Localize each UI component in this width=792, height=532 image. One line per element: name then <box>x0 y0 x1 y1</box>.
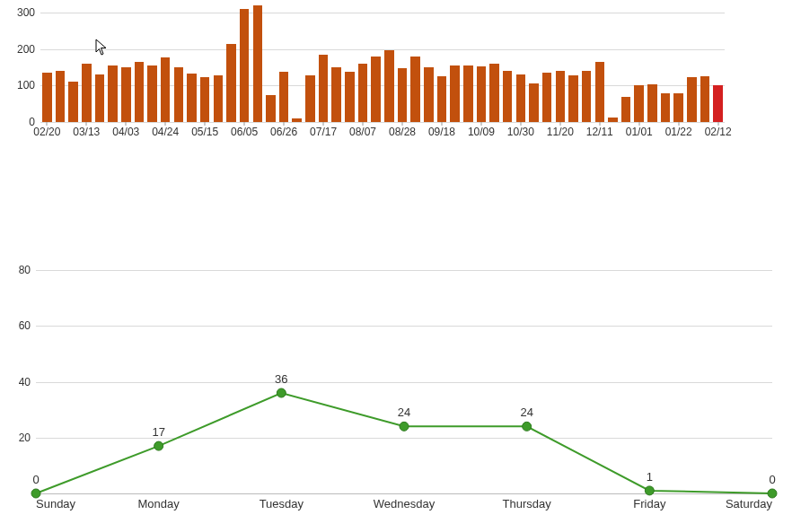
bar-ytick: 200 <box>17 43 40 56</box>
bar-xtick: 01/22 <box>665 122 692 138</box>
bar[interactable] <box>68 82 78 123</box>
bar[interactable] <box>437 76 447 122</box>
bar[interactable] <box>477 66 487 122</box>
bar-xtick: 09/18 <box>428 122 455 138</box>
line-point[interactable] <box>154 441 163 450</box>
bar[interactable] <box>161 57 171 122</box>
line-xtick: Friday <box>633 493 665 510</box>
line-xtick: Thursday <box>503 493 551 510</box>
line-point[interactable] <box>400 422 409 431</box>
line-point-label: 0 <box>32 473 39 486</box>
line-ytick: 80 <box>19 264 36 276</box>
bar[interactable] <box>424 67 434 122</box>
bar[interactable] <box>214 75 224 122</box>
bar[interactable] <box>516 74 526 122</box>
line-point-label: 17 <box>152 425 164 439</box>
bar[interactable] <box>200 77 210 122</box>
bar-xtick: 04/24 <box>152 122 179 138</box>
line-xtick: Tuesday <box>260 493 304 510</box>
line-point-label: 0 <box>769 473 775 486</box>
bar[interactable] <box>556 71 566 122</box>
line-point-label: 36 <box>275 372 287 386</box>
bar[interactable] <box>595 62 605 122</box>
bar[interactable] <box>463 65 473 122</box>
bar[interactable] <box>529 83 539 122</box>
line-xtick: Sunday <box>36 493 75 510</box>
line-point[interactable] <box>277 388 286 397</box>
bar-gridline <box>40 122 725 123</box>
bar[interactable] <box>398 68 408 122</box>
bar[interactable] <box>226 44 236 122</box>
bar-gridline <box>40 13 725 13</box>
bar-xtick: 08/07 <box>349 122 376 138</box>
bar[interactable] <box>687 77 697 122</box>
bar[interactable] <box>331 67 341 122</box>
bar-xtick: 11/20 <box>547 122 574 138</box>
bar[interactable] <box>187 74 197 122</box>
bar[interactable] <box>371 57 381 122</box>
bar[interactable] <box>661 93 671 122</box>
line-ytick: 60 <box>19 319 36 332</box>
bar[interactable] <box>266 95 276 122</box>
line-xtick: Monday <box>138 493 180 510</box>
bar-chart: 010020030002/2003/1304/0304/2405/1506/05… <box>40 5 725 122</box>
line-xtick: Wednesday <box>374 493 435 510</box>
bar-gridline <box>40 49 725 50</box>
line-point-label: 1 <box>647 470 653 484</box>
bar-xtick: 06/26 <box>270 122 297 138</box>
line-point-label: 24 <box>520 406 532 419</box>
bar[interactable] <box>279 72 289 122</box>
line-xtick: Saturday <box>726 493 772 510</box>
bar-xtick: 02/20 <box>33 122 60 138</box>
bar[interactable] <box>647 84 657 122</box>
bar[interactable] <box>82 64 92 122</box>
bar[interactable] <box>108 65 118 122</box>
bar-xtick: 12/11 <box>586 122 613 138</box>
bar[interactable] <box>700 76 710 122</box>
bar-xtick: 01/01 <box>626 122 653 138</box>
bar[interactable] <box>621 97 631 122</box>
bar-xtick: 10/30 <box>507 122 534 138</box>
line-series <box>36 242 772 493</box>
bar[interactable] <box>384 50 394 122</box>
bar[interactable] <box>450 65 460 122</box>
bar[interactable] <box>358 64 368 122</box>
bar[interactable] <box>305 75 315 122</box>
bar[interactable] <box>503 71 513 122</box>
line-chart: 2040608001736242410SundayMondayTuesdayWe… <box>36 242 772 493</box>
bar-ytick: 100 <box>17 79 40 92</box>
bar[interactable] <box>410 57 420 122</box>
bar[interactable] <box>319 55 329 122</box>
bar-xtick: 02/12 <box>705 122 732 138</box>
bar[interactable] <box>240 9 250 122</box>
bar[interactable] <box>634 85 644 122</box>
bar[interactable] <box>95 74 105 122</box>
bar-xtick: 04/03 <box>112 122 139 138</box>
bar[interactable] <box>121 67 131 122</box>
bar[interactable] <box>542 73 552 122</box>
bar-xtick: 07/17 <box>310 122 337 138</box>
line-point-label: 24 <box>398 406 410 419</box>
bar[interactable] <box>135 62 145 122</box>
bar[interactable] <box>568 75 578 122</box>
bar-ytick: 300 <box>17 6 40 19</box>
bar[interactable] <box>713 85 723 122</box>
bar-xtick: 06/05 <box>231 122 258 138</box>
bar-xtick: 05/15 <box>191 122 218 138</box>
bar[interactable] <box>147 65 157 122</box>
bar-xtick: 10/09 <box>468 122 495 138</box>
bar[interactable] <box>345 72 355 122</box>
bar[interactable] <box>56 71 66 122</box>
bar-xtick: 08/28 <box>389 122 416 138</box>
bar-xtick: 03/13 <box>73 122 100 138</box>
line-ytick: 40 <box>19 376 36 388</box>
bar[interactable] <box>42 73 52 122</box>
bar[interactable] <box>673 93 683 122</box>
line-point[interactable] <box>523 422 532 431</box>
line-ytick: 20 <box>19 432 36 444</box>
bar[interactable] <box>174 67 184 122</box>
bar[interactable] <box>489 64 499 122</box>
bar[interactable] <box>253 5 263 122</box>
bar[interactable] <box>582 71 592 122</box>
